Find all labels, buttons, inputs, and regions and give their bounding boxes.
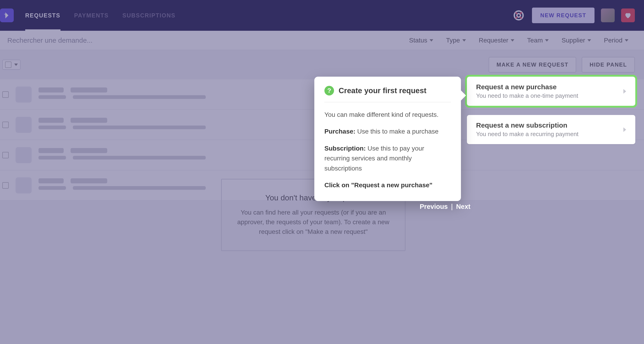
previous-button[interactable]: Previous bbox=[420, 203, 448, 211]
new-request-button[interactable]: NEW REQUEST bbox=[532, 8, 594, 23]
card-subtitle: You need to make a one-time payment bbox=[476, 92, 618, 99]
row-avatar bbox=[16, 117, 32, 133]
divider: | bbox=[451, 203, 453, 211]
chevron-down-icon bbox=[588, 39, 591, 42]
chevron-down-icon bbox=[625, 39, 628, 42]
onboarding-popover: ? Create your first request You can make… bbox=[314, 77, 461, 201]
chevron-down-icon bbox=[462, 39, 466, 42]
chevron-down-icon bbox=[511, 39, 514, 42]
filter-status-label: Status bbox=[409, 37, 427, 44]
chevron-down-icon bbox=[545, 39, 549, 42]
svg-point-0 bbox=[514, 11, 523, 20]
chevron-down-icon bbox=[14, 64, 18, 66]
row-avatar bbox=[16, 178, 32, 194]
filter-period-label: Period bbox=[604, 37, 622, 44]
filter-requester[interactable]: Requester bbox=[472, 37, 521, 44]
chevron-down-icon bbox=[430, 39, 433, 42]
card-title: Request a new subscription bbox=[476, 121, 618, 129]
popover-text: You can make different kind of requests. bbox=[324, 110, 451, 120]
filter-status[interactable]: Status bbox=[403, 37, 440, 44]
row-checkbox[interactable] bbox=[2, 182, 9, 189]
select-all-checkbox[interactable] bbox=[5, 62, 12, 68]
row-checkbox[interactable] bbox=[2, 152, 9, 158]
filter-type-label: Type bbox=[446, 37, 460, 44]
nav-subscriptions[interactable]: SUBSCRIPTIONS bbox=[122, 0, 176, 31]
help-icon[interactable] bbox=[512, 9, 526, 22]
app-logo[interactable] bbox=[0, 9, 14, 22]
filter-bar: Status Type Requester Team Supplier Peri… bbox=[0, 31, 644, 50]
filter-team[interactable]: Team bbox=[521, 37, 555, 44]
bold-label: Purchase: bbox=[324, 128, 355, 135]
favorites-icon[interactable] bbox=[621, 9, 635, 22]
inline-text: Use this to make a purchase bbox=[355, 128, 438, 135]
filter-type[interactable]: Type bbox=[440, 37, 472, 44]
user-avatar[interactable] bbox=[601, 9, 615, 22]
hide-panel-button[interactable]: HIDE PANEL bbox=[582, 57, 635, 73]
popover-text: Subscription: Use this to pay your recur… bbox=[324, 143, 451, 173]
onboarding-nav: Previous | Next bbox=[420, 203, 470, 211]
filter-supplier-label: Supplier bbox=[562, 37, 585, 44]
popover-title: Create your first request bbox=[338, 86, 426, 95]
svg-point-1 bbox=[517, 14, 520, 17]
help-icon: ? bbox=[324, 86, 334, 95]
request-subscription-card[interactable]: Request a new subscription You need to m… bbox=[467, 115, 635, 144]
chevron-right-icon bbox=[624, 89, 626, 94]
card-subtitle: You need to make a recurring payment bbox=[476, 131, 618, 138]
bold-label: Subscription: bbox=[324, 145, 366, 152]
filter-period[interactable]: Period bbox=[598, 37, 635, 44]
empty-subtitle: You can find here all your requests (or … bbox=[233, 208, 393, 237]
row-avatar bbox=[16, 87, 32, 103]
nav-requests[interactable]: REQUESTS bbox=[25, 0, 60, 31]
chevron-right-icon bbox=[624, 127, 626, 132]
filter-requester-label: Requester bbox=[479, 37, 508, 44]
filter-team-label: Team bbox=[527, 37, 543, 44]
popover-cta: Click on "Request a new purchase" bbox=[324, 180, 451, 190]
filter-supplier[interactable]: Supplier bbox=[555, 37, 598, 44]
select-all-dropdown[interactable] bbox=[2, 60, 20, 70]
row-avatar bbox=[16, 147, 32, 163]
popover-text: Purchase: Use this to make a purchase bbox=[324, 126, 451, 136]
action-row: MAKE A NEW REQUEST HIDE PANEL bbox=[0, 50, 644, 79]
search-input[interactable] bbox=[7, 36, 213, 45]
make-new-request-button[interactable]: MAKE A NEW REQUEST bbox=[489, 57, 576, 73]
row-checkbox[interactable] bbox=[2, 91, 9, 98]
top-nav: REQUESTS PAYMENTS SUBSCRIPTIONS NEW REQU… bbox=[0, 0, 644, 31]
nav-payments[interactable]: PAYMENTS bbox=[74, 0, 109, 31]
card-title: Request a new purchase bbox=[476, 83, 618, 91]
request-purchase-card[interactable]: Request a new purchase You need to make … bbox=[467, 77, 635, 106]
row-checkbox[interactable] bbox=[2, 122, 9, 128]
next-button[interactable]: Next bbox=[456, 203, 470, 211]
logo-icon bbox=[2, 11, 12, 20]
